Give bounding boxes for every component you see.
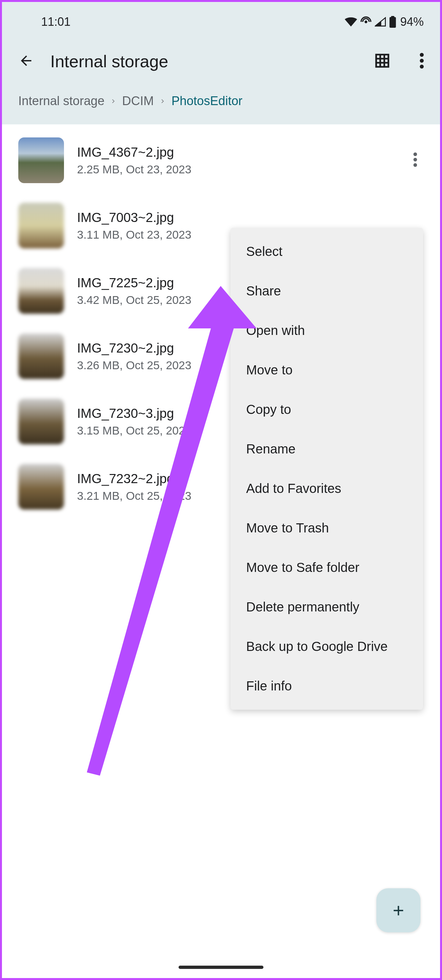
hotspot-icon <box>360 16 372 27</box>
wifi-icon <box>345 17 357 27</box>
svg-point-7 <box>413 158 417 162</box>
menu-item-copy-to[interactable]: Copy to <box>231 390 423 429</box>
status-time: 11:01 <box>41 15 70 29</box>
menu-item-move-to[interactable]: Move to <box>231 350 423 390</box>
breadcrumb-item-current[interactable]: PhotosEditor <box>172 94 243 108</box>
menu-item-move-trash[interactable]: Move to Trash <box>231 508 423 548</box>
file-thumbnail <box>18 137 64 183</box>
menu-item-backup-drive[interactable]: Back up to Google Drive <box>231 627 423 666</box>
menu-item-open-with[interactable]: Open with <box>231 311 423 350</box>
svg-point-5 <box>420 65 424 68</box>
overflow-menu-button[interactable] <box>420 53 424 70</box>
file-thumbnail <box>18 399 64 444</box>
file-name: IMG_4367~2.jpg <box>77 145 394 160</box>
menu-item-add-favorites[interactable]: Add to Favorites <box>231 469 423 508</box>
chevron-right-icon <box>159 97 167 105</box>
page-title: Internal storage <box>50 52 351 71</box>
breadcrumb: Internal storage DCIM PhotosEditor <box>2 84 440 118</box>
svg-point-6 <box>413 153 417 156</box>
nav-handle[interactable] <box>178 966 264 969</box>
file-info: IMG_4367~2.jpg 2.25 MB, Oct 23, 2023 <box>77 145 394 176</box>
header-region: 11:01 94% Internal storage Internal stor… <box>2 2 440 124</box>
file-meta: 2.25 MB, Oct 23, 2023 <box>77 163 394 176</box>
battery-icon <box>389 16 396 28</box>
status-battery: 94% <box>400 15 424 29</box>
svg-point-8 <box>413 163 417 167</box>
context-menu: Select Share Open with Move to Copy to R… <box>231 228 423 710</box>
file-row[interactable]: IMG_4367~2.jpg 2.25 MB, Oct 23, 2023 <box>2 128 440 193</box>
status-right: 94% <box>345 15 424 29</box>
breadcrumb-item[interactable]: DCIM <box>122 94 154 108</box>
file-thumbnail <box>18 464 64 509</box>
breadcrumb-item[interactable]: Internal storage <box>18 94 105 108</box>
menu-item-safe-folder[interactable]: Move to Safe folder <box>231 548 423 587</box>
menu-item-select[interactable]: Select <box>231 232 423 271</box>
svg-rect-2 <box>391 16 394 18</box>
plus-icon: + <box>393 899 404 921</box>
menu-item-file-info[interactable]: File info <box>231 666 423 706</box>
file-thumbnail <box>18 268 64 314</box>
view-grid-button[interactable] <box>374 52 390 70</box>
menu-item-delete-permanently[interactable]: Delete permanently <box>231 587 423 627</box>
svg-point-3 <box>420 53 424 57</box>
file-name: IMG_7003~2.jpg <box>77 210 424 225</box>
fab-add-button[interactable]: + <box>377 888 420 932</box>
file-thumbnail <box>18 203 64 248</box>
arrow-back-icon <box>18 53 34 68</box>
title-bar: Internal storage <box>2 35 440 84</box>
menu-item-rename[interactable]: Rename <box>231 429 423 469</box>
file-more-button[interactable] <box>407 146 424 175</box>
svg-point-0 <box>365 21 367 24</box>
back-button[interactable] <box>18 53 34 70</box>
more-vert-icon <box>420 53 424 68</box>
chevron-right-icon <box>109 97 117 105</box>
status-icons <box>345 16 396 28</box>
file-thumbnail <box>18 333 64 379</box>
signal-icon <box>375 17 386 27</box>
menu-item-share[interactable]: Share <box>231 271 423 311</box>
more-vert-icon <box>413 153 417 167</box>
status-bar: 11:01 94% <box>2 2 440 35</box>
svg-point-4 <box>420 59 424 63</box>
svg-rect-1 <box>390 17 396 28</box>
grid-icon <box>374 52 390 69</box>
